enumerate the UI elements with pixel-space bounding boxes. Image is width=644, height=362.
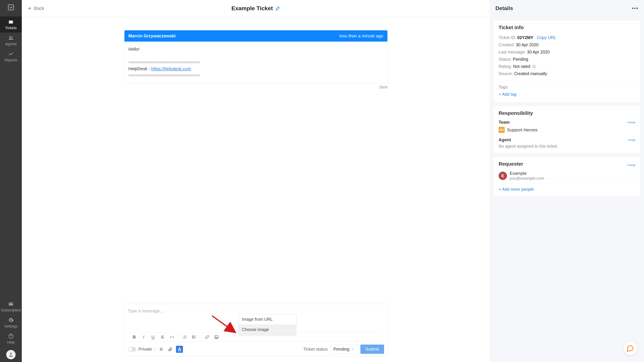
user-avatar[interactable] [6,350,16,359]
requester-name: Example [510,171,544,176]
svg-point-2 [11,36,12,38]
message-header: Marcin Grzywaczewski less than a minute … [124,30,388,41]
chat-icon [626,345,634,352]
popup-choose-image[interactable]: Choose image [239,325,296,335]
pencil-icon [275,6,280,11]
arrow-left-icon [27,6,32,11]
private-label: Private [138,347,152,352]
divider [200,334,201,340]
message-separator: ============================== [128,59,384,65]
subscription-icon [8,301,14,307]
assign-agent-link[interactable]: Assign [628,139,636,141]
copy-url-link[interactable]: Copy URL [537,35,556,40]
ticket-id-label: Ticket ID: [498,35,516,40]
sidebar-item-reports[interactable]: Reports [0,49,22,65]
top-bar: Back Example Ticket [22,0,490,17]
link-button[interactable] [203,334,212,340]
ticket-status-value: Pending [334,347,349,352]
svg-point-1 [10,36,11,38]
attachment-button[interactable] [167,346,174,353]
popup-image-from-url[interactable]: Image from URL [239,314,296,325]
agents-icon [8,35,14,41]
svg-point-10 [192,338,193,338]
created-value: 30 Apr 2020 [516,42,538,47]
sidebar-nav: Tickets Agents Reports Subscription [0,0,22,362]
change-team-link[interactable]: Change [627,121,636,124]
private-toggle[interactable] [128,347,136,352]
edit-title-button[interactable] [275,6,280,11]
hash-button[interactable] [158,346,164,353]
sidebar-item-subscription[interactable]: Subscription [0,299,22,315]
source-label: Source: [498,71,513,76]
add-tag-link[interactable]: + Add tag [498,92,516,96]
ticket-status-label: Ticket status [303,347,328,352]
text-format-toggle[interactable]: A [176,346,183,353]
requester-card: Requester Change E Example you@example.c… [494,157,641,196]
message-author: Marcin Grzywaczewski [128,33,176,38]
composer-foot-right: Ticket status Pending Submit [303,345,384,354]
sidebar-item-tickets[interactable]: Tickets [0,16,22,32]
signature-prefix: HelpDesk - [128,66,151,71]
message-status: Sent [124,85,388,89]
agent-none: No agent assigned to this ticket. [498,144,636,149]
message-card: Marcin Grzywaczewski less than a minute … [124,30,388,83]
italic-button[interactable]: I [139,334,148,340]
divider [178,334,178,340]
reports-icon [8,51,14,57]
change-requester-link[interactable]: Change [627,164,636,166]
svg-point-12 [216,336,216,337]
svg-point-8 [192,336,193,336]
chat-widget-button[interactable] [623,341,637,355]
sidebar-item-agents[interactable]: Agents [0,32,22,49]
message-greeting: Hello! [128,46,384,52]
conversation-area: Marcin Grzywaczewski less than a minute … [22,17,490,304]
back-label: Back [34,6,44,11]
status-label: Status: [498,57,512,61]
ticket-icon [8,19,14,25]
ordered-list-icon [183,335,187,339]
ticket-info-card: Ticket info Ticket ID: 02Y2MY Copy URL C… [494,20,641,102]
team-label: Team [498,120,510,125]
reply-composer: Type a message… Image from URL Choose im… [124,304,388,356]
signature-link[interactable]: https://helpdesk.com [151,66,191,71]
rating-value: Not rated [513,64,530,69]
source-value: Created manually [514,71,547,76]
divider [498,184,636,184]
submit-button[interactable]: Submit [360,345,384,354]
add-more-people-link[interactable]: + Add more people [498,187,636,192]
svg-rect-0 [8,5,14,10]
requester-title: Requester [498,161,523,167]
bullet-list-icon [192,335,196,339]
code-icon [170,335,174,339]
image-insert-popup: Image from URL Choose image [238,314,296,335]
last-message-value: 30 Apr 2020 [527,50,550,54]
back-button[interactable]: Back [27,6,44,11]
insert-image-button[interactable] [212,334,221,340]
details-panel: Details ••• Ticket info Ticket ID: 02Y2M… [490,0,644,362]
sidebar-item-help[interactable]: Help [0,331,22,347]
svg-point-6 [10,353,12,355]
message-body: Hello! ============================== He… [124,41,388,83]
ordered-list-button[interactable] [180,334,189,340]
hash-icon [159,347,164,352]
sidebar-item-settings[interactable]: Settings [0,315,22,331]
team-name: Support Heroes [507,127,538,133]
details-title: Details [496,5,513,11]
underline-button[interactable]: U [149,334,158,340]
page-title: Example Ticket [232,5,273,11]
status-value: Pending [513,57,528,61]
more-actions-button[interactable]: ••• [632,5,639,11]
info-icon[interactable] [532,65,536,68]
paperclip-icon [168,347,172,352]
code-button[interactable] [168,334,176,340]
bold-button[interactable]: B [130,334,139,340]
chevron-down-icon [351,348,354,351]
sidebar-label: Help [7,340,14,345]
sidebar-label: Tickets [5,26,17,30]
unordered-list-button[interactable] [190,334,198,340]
ticket-status-select[interactable]: Pending [330,345,358,354]
strikethrough-button[interactable]: S [158,334,167,340]
created-label: Created: [498,42,515,47]
sidebar-label: Reports [4,58,17,62]
composer-foot-left: Private | A [128,346,183,353]
